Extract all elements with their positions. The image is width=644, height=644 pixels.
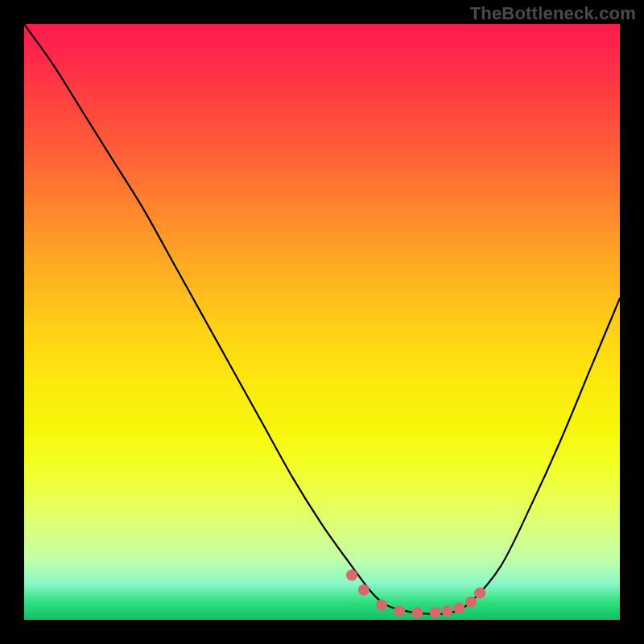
optimal-dot — [430, 607, 441, 618]
optimal-dot — [411, 607, 423, 618]
bottleneck-curve-line — [24, 24, 620, 614]
optimal-dot — [358, 584, 369, 596]
chart-frame: TheBottleneck.com — [0, 0, 644, 644]
optimal-range-dots-group — [346, 570, 485, 619]
optimal-dot — [474, 588, 485, 599]
optimal-dot — [346, 570, 357, 581]
chart-svg-overlay — [24, 24, 620, 620]
optimal-dot — [394, 605, 405, 617]
optimal-dot — [376, 600, 387, 611]
optimal-dot — [441, 605, 452, 617]
optimal-dot — [465, 597, 477, 608]
watermark-text: TheBottleneck.com — [470, 3, 636, 24]
optimal-dot — [453, 602, 464, 613]
